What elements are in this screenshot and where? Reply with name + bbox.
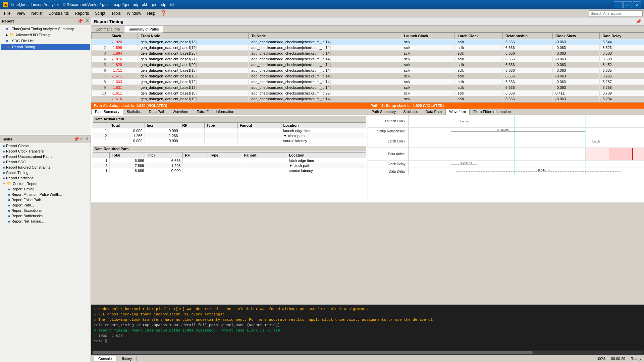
path-tab-wave-r[interactable]: Waveform — [445, 109, 470, 115]
menu-reports[interactable]: Reports — [72, 10, 92, 16]
task-label: Report Unconstrained Paths — [6, 155, 52, 159]
path-tab-summary-r[interactable]: Path Summary — [368, 109, 400, 115]
menu-constraints[interactable]: Constraints — [46, 10, 71, 16]
wf-track-data-arrival — [408, 148, 644, 160]
path-tab-summary[interactable]: Path Summary — [91, 109, 123, 115]
maximize-button[interactable]: □ — [623, 1, 632, 8]
path-panel-right: Path #1: Setup slack is -1.920 (VIOLATED… — [368, 103, 644, 202]
task-ignored[interactable]: ■ Report Ignored Constraints — [0, 165, 91, 170]
task-custom-reports[interactable]: ▼ 📁 Custom Reports — [0, 181, 91, 186]
task-icon: ■ — [3, 166, 5, 169]
task-exceptions[interactable]: ■ Report Exceptions... — [0, 208, 91, 213]
wf-row-setup-rel: Setup Relationship 6.666 ns — [368, 128, 644, 135]
menu-netlist[interactable]: Netlist — [29, 10, 45, 16]
sidebar-item-sdc[interactable]: ■ SDC File List — [1, 38, 90, 44]
path-panel-left-header: Path #1: Setup slack is -1.920 (VIOLATED… — [91, 103, 368, 109]
wf-row-clock-delay: Clock Delay 1.266 ns — [368, 161, 644, 168]
tab-summary-of-paths[interactable]: Summary of Paths — [124, 26, 163, 33]
report-pin[interactable]: 📌 — [636, 19, 641, 24]
task-path[interactable]: ■ Report Path... — [0, 202, 91, 208]
tasks-close[interactable]: ✕ — [85, 136, 89, 142]
sidebar-close[interactable]: ✕ — [86, 18, 89, 24]
table-row[interactable]: 1 -1.920 gen_data:gen_data|cnt_base1[18]… — [92, 39, 644, 45]
console-hscroll — [91, 350, 644, 355]
table-row[interactable]: 2 -1.899 gen_data:gen_data|cnt_base1[19]… — [92, 45, 644, 51]
console-line: ⚠ The following clock transfers have no … — [94, 317, 641, 322]
menu-script[interactable]: Script — [92, 10, 108, 16]
report-tabs: Command Info Summary of Paths — [91, 26, 644, 33]
table-row[interactable]: 9 -1.631 gen_data:gen_data|cnt_base1[18]… — [92, 85, 644, 90]
console-content: ⚠ Node: color_bar:color_bar|pixel_cnt[10… — [91, 305, 644, 350]
tab-command-info[interactable]: Command Info — [91, 26, 124, 32]
search-input[interactable] — [589, 10, 643, 16]
task-min-pulse[interactable]: ■ Report Minimum Pulse Width... — [0, 192, 91, 197]
tasks-pin[interactable]: 📌 — [73, 136, 79, 142]
sidebar-label: SDC File List — [12, 39, 34, 43]
menu-tools[interactable]: Tools — [109, 10, 123, 16]
path-tab-data[interactable]: Data Path — [145, 109, 169, 115]
task-partitions[interactable]: ■ Report Partitions — [0, 175, 91, 181]
table-row[interactable]: 7 -1.671 gen_data:gen_data|cnt_base1[15]… — [92, 73, 644, 79]
table-row[interactable]: 8 -1.663 gen_data:gen_data|cnt_base1[12]… — [92, 79, 644, 85]
sidebar-item-io[interactable]: ▶ 📁 Advanced I/O Timing — [1, 32, 90, 38]
task-unconstrained[interactable]: ■ Report Unconstrained Paths — [0, 154, 91, 159]
waveform-view: Launch Clock Launc — [368, 115, 644, 202]
task-check-timing[interactable]: ■ Check Timing — [0, 170, 91, 175]
path-tab-data-r[interactable]: Data Path — [422, 109, 445, 115]
path-tab-wave[interactable]: Waveform — [169, 109, 193, 115]
app-title: TQ TimeQuest Timing Analyzer - D:/Docume… — [3, 2, 174, 7]
task-report-clocks[interactable]: ■ Report Clocks — [0, 143, 91, 148]
task-icon: ■ — [8, 187, 10, 191]
menu-help[interactable]: Help — [145, 10, 158, 16]
app-icon: TQ — [3, 2, 8, 7]
task-icon: ■ — [8, 203, 10, 207]
table-row[interactable]: 3 -1.884 gen_data:gen_data|cnt_base1[23]… — [92, 51, 644, 56]
task-net-timing[interactable]: ■ Report Net Timing... — [0, 219, 91, 224]
tab-console[interactable]: Console — [94, 356, 116, 361]
minimize-button[interactable]: ─ — [614, 1, 623, 8]
path-panel-left-content: Data Arrival Path Total Incr RF Type — [91, 115, 368, 202]
task-report-timing[interactable]: ■ Report Timing... — [0, 186, 91, 192]
sidebar-item-summary[interactable]: ■ TimeQuest Timing Analyzer Summary — [1, 26, 90, 32]
table-row[interactable]: 10 -1.611 gen_data:gen_data|cnt_base1[18… — [92, 90, 644, 96]
table-row[interactable]: 5 -1.828 gen_data:gen_data|cnt_base1[20]… — [92, 62, 644, 68]
path-tab-fitter-r[interactable]: Extra Fitter Information — [470, 109, 515, 115]
task-report-clock-transfers[interactable]: ■ Report Clock Transfers — [0, 148, 91, 154]
wf-track-clock-delay: 1.266 ns — [408, 161, 644, 168]
task-icon: ■ — [3, 155, 5, 159]
close-button[interactable]: ✕ — [633, 1, 641, 8]
waveform-svg-latch: Latch — [409, 135, 644, 147]
task-label: Report Clocks — [6, 144, 29, 148]
path-tab-stats-r[interactable]: Statistics — [399, 109, 422, 115]
tasks-menu[interactable]: ≡ — [80, 136, 83, 142]
expand-icon: ▼ — [3, 182, 5, 185]
task-label: Report Exceptions... — [11, 208, 45, 213]
sidebar-label: Report Timing — [12, 45, 35, 49]
table-row: 10.0000.000launch edge time — [93, 128, 366, 133]
hscroll-track[interactable] — [93, 351, 643, 354]
wf-label-clock-delay: Clock Delay — [368, 162, 408, 166]
path-tab-stats[interactable]: Statistics — [123, 109, 145, 115]
menu-file[interactable]: File — [1, 10, 13, 16]
table-row[interactable]: 11 -1.610 gen_data:gen_data|cnt_base1[19… — [92, 96, 644, 102]
task-sdc[interactable]: ■ Report SDC — [0, 159, 91, 165]
table-row[interactable]: 4 -1.876 gen_data:gen_data|cnt_base1[21]… — [92, 56, 644, 62]
pin-button[interactable]: 📌 — [77, 18, 83, 24]
menu-window[interactable]: Window — [124, 10, 144, 16]
table-row[interactable]: 6 -1.711 gen_data:gen_data|cnt_base1[16]… — [92, 68, 644, 73]
col-from-node: From Node — [138, 33, 249, 39]
task-bottlenecks[interactable]: ■ Report Bottlenecks... — [0, 213, 91, 219]
timing-table: Slack From Node To Node Launch Clock Lat… — [91, 33, 644, 102]
tab-history[interactable]: History — [116, 356, 136, 361]
task-label: Report Partitions — [6, 176, 34, 180]
sidebar-item-report-timing[interactable]: ✎ Report Timing — [1, 44, 90, 50]
search-box — [589, 10, 643, 16]
console-line: ⊕ Report Timing: Found 1000 setup paths … — [94, 328, 641, 333]
task-false-path[interactable]: ■ Report False Path... — [0, 197, 91, 202]
menu-view[interactable]: View — [14, 10, 28, 16]
path-tab-fitter[interactable]: Extra Fitter Information — [193, 109, 238, 115]
task-label: Report Clock Transfers — [6, 149, 44, 153]
hscroll-thumb[interactable] — [93, 351, 533, 354]
title-text: TimeQuest Timing Analyzer - D:/Document/… — [10, 2, 174, 7]
zoom-level: 100% — [596, 357, 605, 361]
